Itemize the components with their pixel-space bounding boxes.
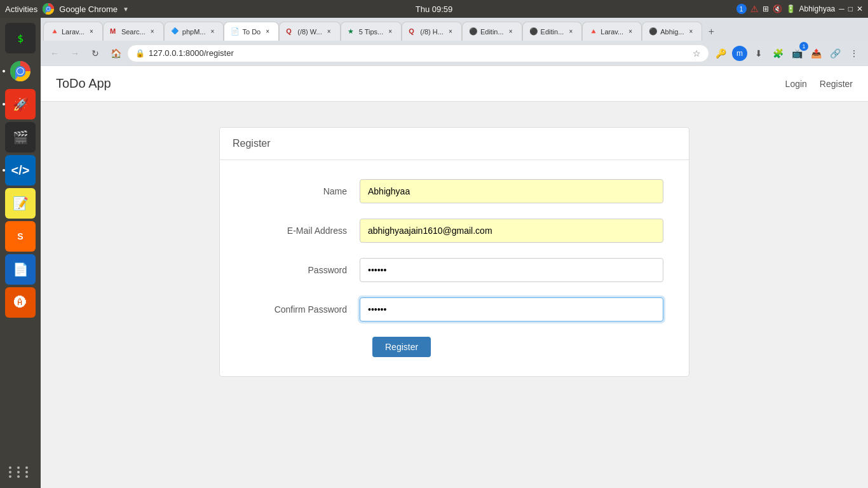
topbar-left: Activities Google Chrome ▼ (5, 3, 129, 16)
sidebar-app-rocketeer[interactable]: 🚀 (5, 89, 36, 119)
tab-favicon-quora1: Q (286, 27, 295, 36)
tab-close-gmail[interactable]: × (148, 27, 157, 36)
browser-tab-gmail[interactable]: M Searc... × (103, 22, 164, 41)
tab-title-abhig: Abhig... (660, 28, 684, 36)
sidebar-app-notepad[interactable]: 📝 (5, 188, 36, 219)
extensions-icon[interactable]: 🧩 (769, 44, 787, 62)
profile-circle: m (732, 46, 747, 61)
tab-close-laravel[interactable]: × (87, 27, 96, 36)
browser-tab-laravel2[interactable]: 🔺 Larav... × (582, 22, 642, 41)
browser-tab-tips[interactable]: ★ 5 Tips... × (341, 22, 402, 41)
tab-title-gmail: Searc... (121, 28, 146, 36)
bookmark-star-icon[interactable]: ☆ (693, 48, 701, 58)
grid-dot (17, 475, 20, 478)
form-header: Register (220, 128, 689, 160)
tab-close-quora2[interactable]: × (446, 27, 455, 36)
page-content: ToDo App Login Register Register Name E-… (41, 66, 868, 488)
login-nav-link[interactable]: Login (785, 79, 807, 89)
window-min-icon[interactable]: ─ (839, 4, 844, 13)
tab-close-quora1[interactable]: × (325, 27, 334, 36)
email-label: E-Mail Address (245, 226, 360, 236)
tab-favicon-quora2: Q (409, 27, 417, 36)
active-indicator (3, 70, 5, 72)
browser-tab-quora1[interactable]: Q (/8) W... × (279, 22, 341, 41)
tab-favicon-laravel: 🔺 (50, 27, 59, 36)
email-input[interactable] (360, 219, 663, 243)
new-tab-button[interactable]: + (702, 23, 720, 41)
tab-close-php[interactable]: × (208, 27, 217, 36)
sidebar-app-sublime[interactable]: S (5, 221, 36, 252)
chrome-icon (43, 3, 54, 16)
app-grid-button[interactable] (9, 466, 32, 478)
grid-dot (9, 471, 11, 473)
tab-close-abhig[interactable]: × (686, 27, 695, 36)
name-label: Name (245, 186, 360, 196)
register-nav-link[interactable]: Register (820, 79, 853, 89)
window-max-icon[interactable]: □ (848, 4, 853, 13)
tab-favicon-gmail: M (110, 27, 119, 36)
email-form-group: E-Mail Address (245, 219, 663, 243)
password-input[interactable] (360, 258, 663, 282)
cast-icon[interactable]: 📺 1 (788, 44, 806, 62)
browser-tab-todo[interactable]: 📄 To Do × (224, 22, 279, 41)
notification-count[interactable]: 1 (736, 4, 747, 14)
tab-favicon-github2: ⚫ (529, 27, 538, 36)
sidebar-app-clapper[interactable]: 🎬 (5, 122, 36, 152)
browser-tab-abhig[interactable]: ⚫ Abhig... × (642, 22, 702, 41)
forward-button[interactable]: → (66, 44, 84, 62)
grid-dot (17, 466, 20, 469)
form-body: Name E-Mail Address Password Confirm Pas… (220, 160, 689, 376)
browser-tab-quora2[interactable]: Q (/8) H... × (402, 22, 462, 41)
confirm-password-input[interactable] (360, 297, 663, 322)
download-icon[interactable]: ⬇ (750, 44, 768, 62)
home-button[interactable]: 🏠 (107, 44, 125, 62)
rocketeer-icon: 🚀 (13, 97, 29, 112)
browser-tab-github2[interactable]: ⚫ Editin... × (522, 22, 583, 41)
tab-close-github1[interactable]: × (506, 27, 515, 36)
tab-title-quora2: (/8) H... (420, 28, 444, 36)
tab-close-todo[interactable]: × (263, 27, 272, 36)
grid-dot (25, 466, 28, 469)
profile-avatar[interactable]: m (731, 44, 749, 62)
grid-dot (9, 475, 11, 478)
software-icon: 🅐 (14, 295, 27, 310)
name-input[interactable] (360, 179, 663, 203)
window-close-icon[interactable]: ✕ (857, 4, 863, 13)
os-sidebar: $ 🚀 🎬 </> 📝 S 📄 🅐 (0, 18, 41, 488)
register-submit-button[interactable]: Register (372, 337, 431, 357)
address-bar: ← → ↻ 🏠 🔒 127.0.0.1:8000/register ☆ 🔑 m … (41, 41, 868, 66)
browser-tab-laravel[interactable]: 🔺 Larav... × (43, 22, 103, 41)
share-icon[interactable]: 📤 (807, 44, 825, 62)
sidebar-app-writer[interactable]: 📄 (5, 254, 36, 285)
sidebar-app-chrome[interactable] (5, 56, 36, 86)
browser-tab-github1[interactable]: ⚫ Editin... × (462, 22, 522, 41)
chrome-dropdown-icon[interactable]: ▼ (123, 6, 129, 13)
sidebar-app-software[interactable]: 🅐 (5, 287, 36, 318)
submit-form-group: Register (245, 337, 663, 357)
volume-icon: 🔇 (773, 4, 782, 13)
sidebar-app-vscode[interactable]: </> (5, 155, 36, 186)
tab-favicon-todo: 📄 (231, 27, 240, 36)
tab-close-laravel2[interactable]: × (626, 27, 635, 36)
cast-badge: 1 (799, 42, 808, 51)
tab-close-tips[interactable]: × (386, 27, 395, 36)
address-input[interactable]: 🔒 127.0.0.1:8000/register ☆ (127, 44, 709, 62)
user-name[interactable]: Abhighyaa (799, 4, 836, 13)
battery-icon: 🔋 (786, 4, 796, 13)
network-icon: ⊞ (763, 4, 769, 13)
grid-dot (17, 471, 20, 473)
topbar-right: 1 ⚠ ⊞ 🔇 🔋 Abhighyaa ─ □ ✕ (736, 4, 863, 14)
key-icon[interactable]: 🔑 (712, 44, 729, 62)
back-button[interactable]: ← (46, 44, 64, 62)
tab-favicon-tips: ★ (348, 27, 356, 36)
grid-dot (25, 471, 28, 473)
more-menu-button[interactable]: ⋮ (845, 44, 863, 62)
sidebar-app-terminal[interactable]: $ (5, 23, 36, 53)
vscode-icon: </> (11, 163, 30, 178)
activities-button[interactable]: Activities (5, 4, 37, 14)
browser-tab-phpmyadmin[interactable]: 🔷 phpM... × (164, 22, 224, 41)
app-brand: ToDo App (56, 76, 111, 91)
reload-button[interactable]: ↻ (86, 44, 104, 62)
cast2-icon[interactable]: 🔗 (826, 44, 844, 62)
tab-close-github2[interactable]: × (566, 27, 575, 36)
